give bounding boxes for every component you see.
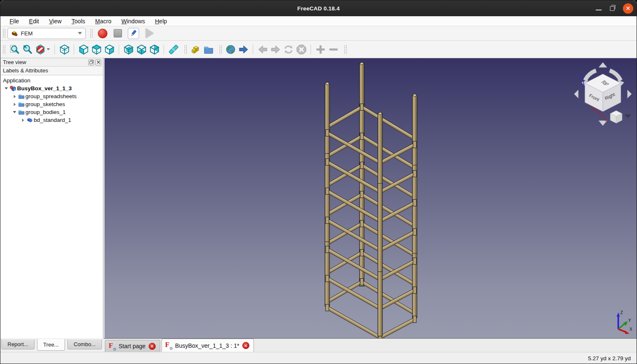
view-top-button[interactable]	[90, 43, 103, 56]
view-bottom-button[interactable]	[135, 43, 148, 56]
toolbar-grip[interactable]	[2, 45, 5, 54]
minimize-icon[interactable]	[596, 10, 602, 10]
part-icon	[190, 44, 201, 55]
tree-item-body-standard[interactable]: bd_standard_1	[0, 116, 103, 124]
workbench-selector[interactable]: FEM	[7, 28, 86, 39]
view-bottom-icon	[136, 44, 147, 55]
folder-icon	[203, 44, 214, 55]
toolbar-separator	[253, 45, 253, 54]
expander-closed-icon[interactable]	[12, 103, 17, 106]
view-right-icon	[104, 44, 115, 55]
create-group-button[interactable]	[202, 43, 215, 56]
expander-closed-icon[interactable]	[12, 95, 17, 98]
zoom-out-icon	[328, 44, 339, 55]
fem-workbench-icon	[11, 30, 18, 37]
view-isometric-button[interactable]	[58, 43, 71, 56]
fit-all-button[interactable]	[7, 43, 20, 56]
toolbar-grip[interactable]	[219, 45, 222, 54]
chevron-down-icon	[78, 32, 82, 35]
stop-load-button[interactable]	[295, 43, 308, 56]
macro-edit-button[interactable]	[128, 28, 139, 39]
nav-right-arrow-icon	[627, 90, 632, 98]
refresh-icon	[283, 44, 294, 55]
view-right-button[interactable]	[103, 43, 116, 56]
zoom-in-button[interactable]	[314, 43, 327, 56]
close-tab-icon[interactable]: ✕	[149, 343, 156, 350]
menu-file[interactable]: File	[5, 17, 23, 25]
tree-item-group-sketches[interactable]: group_sketches	[0, 100, 103, 108]
web-go-icon	[238, 44, 249, 55]
restore-icon[interactable]	[610, 6, 615, 11]
measure-distance-button[interactable]	[167, 43, 180, 56]
nav-up-arrow-icon	[599, 62, 607, 67]
menu-edit[interactable]: Edit	[25, 17, 43, 25]
draw-style-icon	[35, 44, 46, 55]
close-panel-icon[interactable]	[95, 59, 101, 65]
tab-start-page[interactable]: F⚙ Start page ✕	[105, 340, 160, 352]
nav-x-axis-label: x	[605, 117, 607, 122]
tab-tree-view[interactable]: Tree...	[37, 339, 65, 351]
axis-z-label: Z	[620, 310, 623, 315]
tree-item-document[interactable]: BusyBox_ver_1_1_3	[0, 84, 103, 92]
macro-play-button[interactable]	[146, 28, 154, 38]
title-bar[interactable]: FreeCAD 0.18.4 ✕	[0, 0, 637, 16]
draw-style-button[interactable]	[33, 43, 52, 56]
expander-open-icon[interactable]	[4, 87, 9, 89]
menu-windows[interactable]: Windows	[117, 17, 149, 25]
float-panel-icon[interactable]	[88, 59, 94, 65]
close-icon[interactable]: ✕	[623, 3, 633, 14]
forward-button[interactable]	[269, 43, 282, 56]
axis-x-label: X	[630, 327, 632, 332]
back-button[interactable]	[256, 43, 269, 56]
zoom-out-button[interactable]	[327, 43, 340, 56]
tree-column-header[interactable]: Labels & Attributes	[0, 67, 103, 75]
fit-selection-button[interactable]	[20, 43, 33, 56]
tree-item-group-spreadsheets[interactable]: group_spreadsheets	[0, 92, 103, 100]
macro-stop-button[interactable]	[114, 29, 122, 37]
menu-macro[interactable]: Macro	[91, 17, 116, 25]
toolbar-grip[interactable]	[2, 29, 5, 38]
view-left-button[interactable]	[148, 43, 161, 56]
web-go-button[interactable]	[237, 43, 250, 56]
navigation-cube[interactable]: z x Top Front Right	[572, 60, 634, 129]
dimensions-readout: 5.27 yd x 2.79 yd	[588, 355, 631, 362]
macro-record-button[interactable]	[98, 29, 107, 38]
measure-icon	[168, 44, 179, 55]
fit-selection-icon	[22, 44, 32, 55]
toolbar-grip[interactable]	[184, 45, 187, 54]
tree-item-application[interactable]: Application	[0, 77, 103, 84]
menu-help[interactable]: Help	[151, 17, 171, 25]
tree-item-group-bodies[interactable]: group_bodies_1	[0, 108, 103, 116]
refresh-button[interactable]	[282, 43, 295, 56]
tab-busybox-document[interactable]: F⚙ BusyBox_ver_1_1_3 : 1* ✕	[162, 339, 254, 352]
nav-settings-cube-icon[interactable]	[610, 111, 622, 123]
web-browser-icon	[225, 44, 236, 55]
menu-tools[interactable]: Tools	[67, 17, 90, 25]
3d-viewport[interactable]: z x Top Front Right	[105, 58, 637, 338]
create-part-button[interactable]	[189, 43, 202, 56]
document-icon	[9, 85, 17, 92]
toolbar-separator	[55, 45, 55, 54]
view-rear-button[interactable]	[122, 43, 135, 56]
toolbar-grip[interactable]	[90, 29, 93, 38]
axis-y-label: Y	[628, 318, 631, 323]
tab-combo-view[interactable]: Combo...	[67, 339, 102, 349]
nav-left-arrow-icon	[574, 90, 578, 98]
folder-icon	[17, 94, 25, 99]
expander-open-icon[interactable]	[12, 111, 17, 113]
menu-view[interactable]: View	[45, 17, 66, 25]
web-browser-button[interactable]	[224, 43, 237, 56]
view-front-button[interactable]	[77, 43, 90, 56]
nav-z-axis-label: z	[580, 72, 582, 77]
toolbar-grip[interactable]	[344, 45, 347, 54]
model-tree: Application BusyBox_ver_1_	[0, 75, 103, 124]
toolbar-separator	[311, 45, 311, 54]
tab-report-view[interactable]: Report...	[1, 339, 35, 349]
close-tab-icon[interactable]: ✕	[242, 342, 249, 349]
view-left-icon	[149, 44, 160, 55]
folder-icon	[17, 109, 25, 115]
workbench-selected-label: FEM	[21, 30, 75, 37]
wood-frame-model	[105, 58, 637, 338]
view-rear-icon	[123, 44, 134, 55]
expander-closed-icon[interactable]	[20, 119, 25, 122]
